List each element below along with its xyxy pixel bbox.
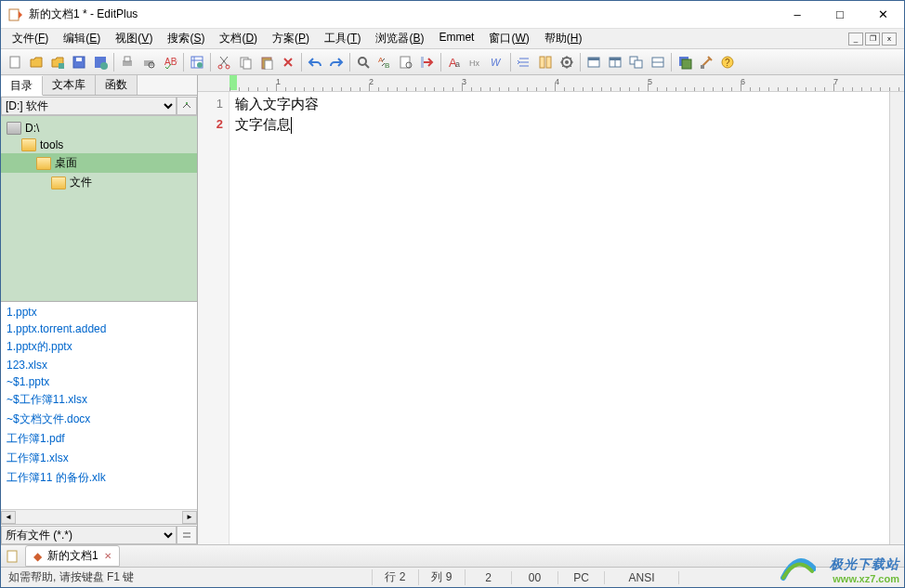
menu-h[interactable]: 帮助(H) — [537, 29, 590, 48]
tb-paste-icon[interactable] — [256, 52, 277, 72]
file-item[interactable]: ~$文档文件.docx — [1, 410, 197, 429]
text-editor[interactable]: 输入文字内容文字信息 — [230, 92, 889, 544]
drive-up-button[interactable] — [177, 97, 197, 115]
tb-print-preview-icon[interactable] — [138, 52, 159, 72]
folder-node[interactable]: tools — [1, 137, 197, 153]
tb-save-all-icon[interactable] — [675, 52, 695, 72]
tb-hex-icon[interactable]: Hx — [466, 52, 486, 72]
folder-icon — [36, 157, 51, 170]
line-number: 2 — [198, 114, 223, 135]
window-close-button[interactable]: ✕ — [861, 1, 904, 29]
menu-d[interactable]: 文档(D) — [212, 29, 265, 48]
scroll-left-button[interactable]: ◄ — [1, 511, 16, 524]
tb-open-remote-icon[interactable] — [47, 52, 68, 72]
editor-body: 12 输入文字内容文字信息 — [198, 92, 904, 544]
mdi-restore-button[interactable]: ❐ — [865, 33, 880, 46]
menu-v[interactable]: 视图(V) — [108, 29, 160, 48]
folder-icon — [21, 138, 36, 151]
tb-print-icon[interactable] — [117, 52, 138, 72]
tb-window1-icon[interactable] — [584, 52, 604, 72]
file-item[interactable]: ~$1.pptx — [1, 373, 197, 390]
svg-rect-47 — [7, 551, 17, 562]
status-line: 行 2 — [373, 569, 419, 585]
tb-replace-icon[interactable]: AB — [374, 52, 395, 72]
text-line[interactable]: 输入文字内容 — [235, 94, 885, 114]
tb-delete-icon[interactable] — [278, 52, 298, 72]
tb-undo-icon[interactable] — [305, 52, 325, 72]
tb-wordwrap-icon[interactable]: W — [487, 52, 507, 72]
text-line[interactable]: 文字信息 — [235, 114, 885, 135]
drive-icon — [7, 122, 21, 135]
sidebar-tab-directory[interactable]: 目录 — [1, 76, 43, 96]
status-num: 2 — [466, 571, 512, 584]
tb-tools-icon[interactable] — [696, 52, 716, 72]
mdi-close-button[interactable]: x — [882, 33, 897, 46]
menu-f[interactable]: 文件(F) — [5, 29, 56, 48]
svg-point-46 — [186, 102, 188, 104]
svg-rect-30 — [540, 57, 544, 68]
menu-emmet[interactable]: Emmet — [431, 29, 481, 48]
file-list-scrollbar-h[interactable]: ◄ ► — [1, 509, 197, 524]
menu-e[interactable]: 编辑(E) — [56, 29, 108, 48]
file-item[interactable]: 工作簿1.xlsx — [1, 449, 197, 468]
file-item[interactable]: 工作簿11 的备份.xlk — [1, 468, 197, 488]
tb-browser-icon[interactable] — [187, 52, 207, 72]
svg-text:ABC: ABC — [164, 57, 177, 67]
tb-window4-icon[interactable] — [648, 52, 668, 72]
text-caret — [291, 117, 292, 134]
tb-goto-icon[interactable] — [417, 52, 438, 72]
menu-p[interactable]: 方案(P) — [265, 29, 317, 48]
title-bar: 新的文档1 * - EditPlus – □ ✕ — [1, 1, 904, 29]
sidebar-tabs: 目录 文本库 函数 — [1, 75, 197, 96]
folder-node[interactable]: 文件 — [1, 173, 197, 192]
tb-indent-icon[interactable] — [514, 52, 534, 72]
drive-selector[interactable]: [D:] 软件 — [1, 97, 177, 115]
sidebar-tab-functions[interactable]: 函数 — [96, 75, 138, 95]
tb-open-icon[interactable] — [26, 52, 46, 72]
file-list[interactable]: 1.pptx1.pptx.torrent.added1.pptx的.pptx12… — [1, 302, 197, 509]
tb-save-remote-icon[interactable] — [90, 52, 111, 72]
file-item[interactable]: 工作簿1.pdf — [1, 429, 197, 449]
tb-cut-icon[interactable] — [214, 52, 234, 72]
svg-rect-31 — [546, 57, 551, 68]
svg-point-13 — [197, 62, 203, 68]
tb-columns-icon[interactable] — [535, 52, 556, 72]
tb-find-icon[interactable] — [353, 52, 374, 72]
tb-font-icon[interactable]: Aa — [444, 52, 465, 72]
menu-w[interactable]: 窗口(W) — [481, 29, 536, 48]
tb-help-icon[interactable]: ? — [717, 52, 738, 72]
document-tab-active[interactable]: ◆ 新的文档1 ✕ — [25, 545, 120, 567]
mdi-minimize-button[interactable]: _ — [848, 33, 863, 46]
tb-new-icon[interactable] — [5, 52, 25, 72]
tb-settings-icon[interactable] — [557, 52, 577, 72]
editor-scrollbar-v[interactable] — [889, 92, 904, 544]
folder-node[interactable]: 桌面 — [1, 153, 197, 173]
file-item[interactable]: 123.xlsx — [1, 357, 197, 373]
file-item[interactable]: 1.pptx — [1, 304, 197, 320]
file-item[interactable]: 1.pptx.torrent.added — [1, 320, 197, 337]
file-filter-select[interactable]: 所有文件 (*.*) — [1, 526, 177, 544]
window-maximize-button[interactable]: □ — [819, 1, 861, 29]
tb-find-in-files-icon[interactable] — [396, 52, 416, 72]
doctab-new-button[interactable] — [5, 549, 20, 564]
tb-spellcheck-icon[interactable]: ABC — [160, 52, 180, 72]
svg-rect-8 — [125, 57, 130, 61]
menu-t[interactable]: 工具(T) — [317, 29, 368, 48]
menu-b[interactable]: 浏览器(B) — [368, 29, 431, 48]
folder-node[interactable]: D:\ — [1, 120, 197, 137]
scroll-right-button[interactable]: ► — [182, 511, 197, 524]
tb-save-icon[interactable] — [69, 52, 89, 72]
file-item[interactable]: ~$工作簿11.xlsx — [1, 390, 197, 410]
sidebar-tab-cliptext[interactable]: 文本库 — [43, 75, 96, 95]
tb-window2-icon[interactable] — [605, 52, 625, 72]
folder-tree[interactable]: D:\tools桌面文件 — [1, 116, 197, 302]
file-item[interactable]: 1.pptx的.pptx — [1, 337, 197, 357]
svg-rect-0 — [9, 9, 19, 20]
menu-s[interactable]: 搜索(S) — [160, 29, 212, 48]
document-tab-close-icon[interactable]: ✕ — [104, 551, 111, 561]
tb-copy-icon[interactable] — [235, 52, 256, 72]
tb-window3-icon[interactable] — [626, 52, 647, 72]
tb-redo-icon[interactable] — [326, 52, 347, 72]
window-minimize-button[interactable]: – — [776, 1, 819, 29]
file-filter-config-button[interactable] — [177, 526, 197, 544]
